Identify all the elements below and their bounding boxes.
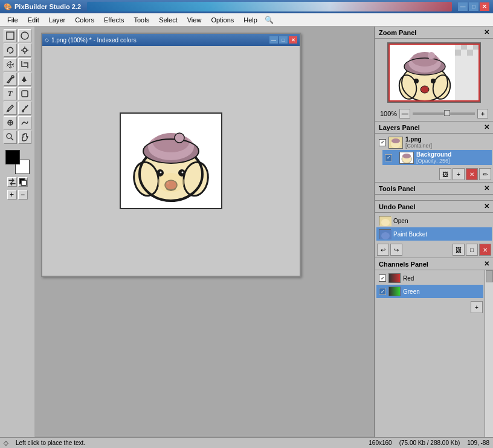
undo-item-paint[interactable]: Paint Bucket <box>376 227 492 241</box>
layer-group-row[interactable]: ✓ 1.png [Container] <box>376 135 492 150</box>
svg-point-39 <box>158 173 184 192</box>
clone-tool[interactable] <box>4 116 17 129</box>
svg-point-68 <box>381 219 390 226</box>
svg-rect-18 <box>21 180 26 185</box>
fill-tool[interactable] <box>18 73 31 86</box>
document-title-bar: ◇ 1.png (100%) * - Indexed colors — □ ✕ <box>42 34 300 46</box>
move-tool[interactable] <box>4 58 17 71</box>
zoom-in-button[interactable]: + <box>477 109 488 118</box>
menu-tools[interactable]: Tools <box>129 15 154 25</box>
channel-red-row[interactable]: ✓ Red <box>376 271 483 285</box>
minimize-button[interactable]: — <box>458 2 468 11</box>
tools-panel: Tools Panel ✕ <box>375 183 493 201</box>
eyedropper-tool[interactable] <box>4 73 17 86</box>
main-status-bar: ◇ Left click to place the text. 160x160 … <box>0 437 493 448</box>
menu-layer[interactable]: Layer <box>44 15 71 25</box>
marquee-ellipse-tool[interactable] <box>18 29 31 42</box>
image-container <box>120 112 222 209</box>
undo-forward-button[interactable]: ↪ <box>390 244 402 256</box>
zoom-slider[interactable] <box>413 112 475 115</box>
app-icon: 🎨 <box>4 3 12 11</box>
smudge-tool[interactable] <box>18 116 31 129</box>
zoom-panel-header: Zoom Panel ✕ <box>375 27 493 39</box>
plus-icon[interactable]: + <box>7 190 17 200</box>
menu-edit[interactable]: Edit <box>23 15 44 25</box>
layers-actions: 🖼 + ✕ ✏ <box>375 166 493 182</box>
layer-action-image[interactable]: 🖼 <box>439 168 451 180</box>
menu-help[interactable]: Help <box>239 15 262 25</box>
undo-item-open-label: Open <box>393 218 408 224</box>
menu-bar: File Edit Layer Colors Effects Tools Sel… <box>0 13 493 27</box>
channel-add-button[interactable]: + <box>471 301 483 313</box>
doc-close-button[interactable]: ✕ <box>289 36 297 44</box>
undo-back-button[interactable]: ↩ <box>377 244 389 256</box>
hand-tool[interactable] <box>18 131 31 144</box>
channels-panel-close[interactable]: ✕ <box>484 260 489 268</box>
svg-point-56 <box>428 52 435 59</box>
maximize-button[interactable]: □ <box>469 2 478 11</box>
doc-minimize-button[interactable]: — <box>269 36 278 44</box>
shape-tool[interactable] <box>18 87 31 100</box>
channel-red-visibility[interactable]: ✓ <box>379 274 386 282</box>
title-bar-controls[interactable]: — □ ✕ <box>458 2 489 11</box>
channels-content: ✓ Red ✓ Green <box>375 270 485 299</box>
tool-row-2 <box>4 44 31 57</box>
undo-clear-button[interactable]: ✕ <box>479 244 491 256</box>
background-layer-visibility[interactable]: ✓ <box>385 154 392 161</box>
crop-tool[interactable] <box>18 58 31 71</box>
layer-action-add[interactable]: + <box>453 168 465 180</box>
layers-panel-close[interactable]: ✕ <box>484 123 489 131</box>
magic-wand-tool[interactable] <box>18 44 31 57</box>
default-colors-icon[interactable] <box>18 177 28 187</box>
svg-point-33 <box>160 172 162 174</box>
foreground-color-swatch[interactable] <box>5 150 20 164</box>
pencil-tool[interactable] <box>4 102 17 115</box>
menu-select[interactable]: Select <box>154 15 182 25</box>
svg-rect-44 <box>455 50 461 56</box>
undo-panel-close[interactable]: ✕ <box>484 203 489 210</box>
channel-green-label: Green <box>403 288 420 295</box>
zoom-panel-close[interactable]: ✕ <box>484 28 489 36</box>
layer-action-delete[interactable]: ✕ <box>466 168 478 180</box>
menu-effects[interactable]: Effects <box>99 15 129 25</box>
text-tool[interactable]: T <box>4 87 17 100</box>
close-button[interactable]: ✕ <box>480 2 489 11</box>
svg-rect-9 <box>22 91 28 97</box>
tools-panel-close[interactable]: ✕ <box>484 184 489 192</box>
marquee-rect-tool[interactable] <box>4 29 17 42</box>
background-layer-row[interactable]: ✓ Background [Opacity: 256] <box>382 150 492 165</box>
undo-item-paint-thumb <box>379 229 391 239</box>
status-filesize: (75.00 Kb / 288.00 Kb) <box>399 440 460 446</box>
menu-options[interactable]: Options <box>206 15 239 25</box>
channel-green-visibility[interactable]: ✓ <box>379 288 386 295</box>
menu-colors[interactable]: Colors <box>70 15 99 25</box>
status-message: Left click to place the text. <box>16 440 85 446</box>
channel-green-row[interactable]: ✓ Green <box>376 285 483 298</box>
channels-scrollbar[interactable] <box>485 270 493 448</box>
layer-group-visibility[interactable]: ✓ <box>379 139 386 146</box>
channels-panel: Channels Panel ✕ ✓ Red ✓ Green <box>375 258 493 448</box>
swap-colors-icon[interactable] <box>7 177 17 187</box>
zoom-slider-thumb[interactable] <box>444 110 450 116</box>
zoom-out-button[interactable]: — <box>399 109 410 118</box>
channels-footer: + <box>375 299 485 315</box>
undo-history-btn1[interactable]: 🖼 <box>453 244 465 256</box>
lasso-tool[interactable] <box>4 44 17 57</box>
document-canvas[interactable] <box>42 46 300 276</box>
undo-panel: Undo Panel ✕ Open Paint Bucket <box>375 201 493 258</box>
menu-file[interactable]: File <box>2 15 23 25</box>
undo-panel-header: Undo Panel ✕ <box>375 201 493 213</box>
menu-view[interactable]: View <box>182 15 207 25</box>
layer-action-edit[interactable]: ✏ <box>479 168 491 180</box>
scrollbar-thumb[interactable] <box>486 270 493 282</box>
tool-row-6 <box>4 102 31 115</box>
status-right: 160x160 (75.00 Kb / 288.00 Kb) 109, -88 <box>369 440 489 446</box>
minus-icon[interactable]: − <box>18 190 28 200</box>
brush-tool[interactable] <box>18 102 31 115</box>
document-controls[interactable]: — □ ✕ <box>269 36 297 44</box>
undo-history-btn2[interactable]: □ <box>466 244 478 256</box>
search-icon[interactable]: 🔍 <box>265 16 274 24</box>
zoom-tool[interactable] <box>4 131 17 144</box>
doc-maximize-button[interactable]: □ <box>279 36 288 44</box>
undo-item-open[interactable]: Open <box>376 214 492 227</box>
